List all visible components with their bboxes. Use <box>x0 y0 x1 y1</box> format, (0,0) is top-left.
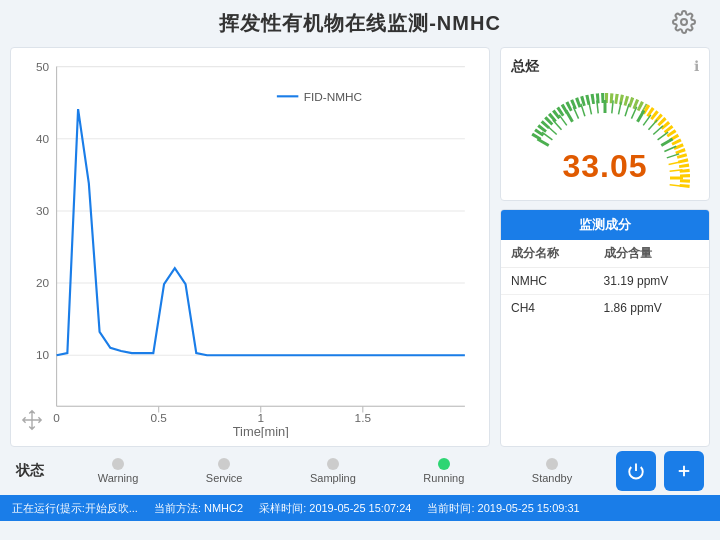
status-item: Standby <box>532 458 572 484</box>
data-card: 监测成分 成分名称 成分含量 NMHC31.19 ppmVCH41.86 ppm… <box>500 209 710 447</box>
col2-header: 成分含量 <box>594 240 709 268</box>
footer-status: 正在运行(提示:开始反吹... <box>12 501 138 516</box>
header: 挥发性有机物在线监测-NMHC <box>0 0 720 47</box>
footer-sample-time: 采样时间: 2019-05-25 15:07:24 <box>259 501 411 516</box>
chart-svg: 50 40 30 20 10 0 0.5 1 1.5 Ti <box>19 56 481 438</box>
svg-line-46 <box>667 154 679 158</box>
gauge-title: 总烃 <box>511 58 539 76</box>
svg-text:1.5: 1.5 <box>355 411 372 424</box>
status-dot <box>546 458 558 470</box>
right-panel: 总烃 ℹ <box>500 47 710 447</box>
gauge-container: 33.05 <box>515 80 695 190</box>
status-dot <box>438 458 450 470</box>
action-buttons <box>616 451 704 491</box>
info-icon: ℹ <box>694 58 699 74</box>
svg-line-30 <box>573 107 578 119</box>
svg-text:40: 40 <box>36 132 50 145</box>
status-item: Warning <box>98 458 139 484</box>
svg-text:0.5: 0.5 <box>150 411 167 424</box>
table-row: NMHC31.19 ppmV <box>501 268 709 295</box>
svg-line-36 <box>619 102 622 115</box>
status-item: Service <box>206 458 243 484</box>
component-value: 1.86 ppmV <box>594 295 709 322</box>
svg-point-0 <box>681 19 687 25</box>
power-button[interactable] <box>616 451 656 491</box>
status-bar: 状态 Warning Service Sampling Running Stan… <box>0 447 720 495</box>
svg-text:10: 10 <box>36 349 50 362</box>
footer-method: 当前方法: NMHC2 <box>154 501 243 516</box>
chart-area: 50 40 30 20 10 0 0.5 1 1.5 Ti <box>10 47 490 447</box>
settings-icon[interactable] <box>672 10 700 38</box>
status-item-label: Warning <box>98 472 139 484</box>
svg-line-42 <box>653 126 663 135</box>
svg-line-35 <box>612 100 613 113</box>
status-item-label: Service <box>206 472 243 484</box>
table-row: CH41.86 ppmV <box>501 295 709 322</box>
col1-header: 成分名称 <box>501 240 594 268</box>
component-name: CH4 <box>501 295 594 322</box>
gauge-value: 33.05 <box>562 148 647 185</box>
svg-line-28 <box>559 115 567 126</box>
svg-line-32 <box>589 102 592 115</box>
svg-line-48 <box>670 170 683 171</box>
svg-line-41 <box>648 120 657 130</box>
svg-text:50: 50 <box>36 60 50 73</box>
component-value: 31.19 ppmV <box>594 268 709 295</box>
svg-line-47 <box>669 162 682 165</box>
footer-current-time: 当前时间: 2019-05-25 15:09:31 <box>427 501 579 516</box>
svg-text:0: 0 <box>53 411 60 424</box>
svg-line-33 <box>597 100 598 113</box>
svg-line-31 <box>581 104 585 116</box>
component-name: NMHC <box>501 268 594 295</box>
svg-line-50 <box>670 185 683 186</box>
status-dot <box>218 458 230 470</box>
status-item: Running <box>423 458 464 484</box>
status-item-label: Running <box>423 472 464 484</box>
svg-text:30: 30 <box>36 204 50 217</box>
svg-line-38 <box>631 107 636 119</box>
status-items: Warning Service Sampling Running Standby <box>64 458 606 484</box>
svg-line-25 <box>542 132 553 140</box>
svg-line-37 <box>625 104 629 116</box>
svg-line-43 <box>658 132 669 140</box>
status-dot <box>112 458 124 470</box>
svg-line-27 <box>553 120 562 130</box>
svg-line-45 <box>664 146 676 151</box>
status-item-label: Standby <box>532 472 572 484</box>
data-table: 成分名称 成分含量 NMHC31.19 ppmVCH41.86 ppmV <box>501 240 709 321</box>
add-button[interactable] <box>664 451 704 491</box>
svg-text:20: 20 <box>36 276 50 289</box>
svg-text:FID-NMHC: FID-NMHC <box>304 90 363 103</box>
gauge-card: 总烃 ℹ <box>500 47 710 201</box>
svg-line-39 <box>638 110 645 121</box>
status-dot <box>327 458 339 470</box>
footer-bar: 正在运行(提示:开始反吹... 当前方法: NMHC2 采样时间: 2019-0… <box>0 495 720 521</box>
page-title: 挥发性有机物在线监测-NMHC <box>219 10 501 37</box>
svg-text:1: 1 <box>257 411 264 424</box>
svg-line-24 <box>537 139 548 146</box>
data-table-header: 监测成分 <box>501 210 709 240</box>
svg-line-44 <box>661 139 672 146</box>
status-item: Sampling <box>310 458 356 484</box>
svg-line-26 <box>547 126 557 135</box>
status-item-label: Sampling <box>310 472 356 484</box>
svg-line-29 <box>566 110 573 121</box>
chart-move-icon <box>21 409 43 436</box>
main-content: 50 40 30 20 10 0 0.5 1 1.5 Ti <box>0 47 720 447</box>
status-label: 状态 <box>16 462 44 480</box>
svg-text:Time[min]: Time[min] <box>233 424 289 438</box>
svg-line-40 <box>643 115 651 126</box>
